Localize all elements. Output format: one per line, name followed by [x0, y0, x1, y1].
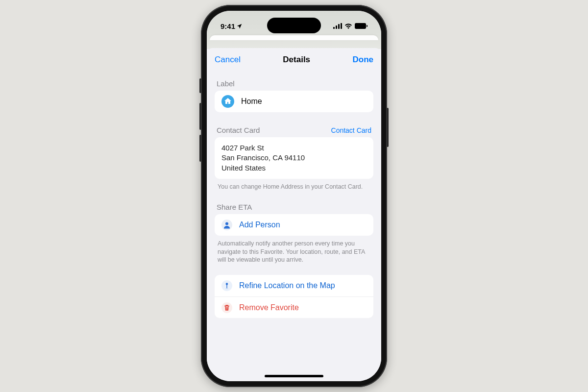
person-icon [221, 220, 232, 230]
battery-icon [355, 23, 368, 29]
contact-header-text: Contact Card [217, 126, 260, 134]
svg-point-12 [225, 288, 228, 289]
location-icon [236, 23, 243, 29]
trash-icon [221, 302, 232, 313]
share-eta-header: Share ETA [215, 196, 373, 214]
address-row[interactable]: 4027 Park St San Francisco, CA 94110 Uni… [215, 137, 373, 179]
power-button [387, 108, 389, 147]
label-card: Home [215, 91, 373, 112]
label-name: Home [241, 97, 262, 106]
contact-card-link[interactable]: Contact Card [331, 126, 371, 134]
home-icon [221, 95, 234, 108]
svg-rect-0 [333, 27, 335, 29]
volume-down-button [199, 135, 201, 162]
label-section-header: Label [215, 73, 373, 91]
status-icons [333, 23, 368, 29]
svg-rect-3 [341, 23, 342, 29]
svg-rect-4 [355, 23, 366, 29]
svg-rect-5 [367, 25, 368, 27]
remove-favorite-row[interactable]: Remove Favorite [215, 296, 373, 318]
share-eta-header-text: Share ETA [217, 203, 252, 211]
phone-frame: 9:41 Cancel Details Done Label [201, 5, 387, 387]
side-button [199, 78, 201, 93]
sheet-content: Label Home Contact Card Contact Card [207, 70, 381, 381]
dynamic-island [267, 18, 321, 33]
sheet-peek [210, 35, 378, 40]
status-time: 9:41 [220, 22, 243, 30]
share-eta-card: Add Person [215, 214, 373, 236]
svg-point-13 [221, 302, 232, 313]
map-pin-icon [221, 280, 232, 291]
address-line1: 4027 Park St [221, 143, 305, 153]
sheet-backdrop [207, 35, 381, 49]
share-eta-footnote: Automatically notify another person ever… [215, 236, 373, 265]
refine-location-label: Refine Location on the Map [239, 281, 335, 290]
cellular-icon [333, 23, 342, 29]
nav-bar: Cancel Details Done [207, 48, 381, 70]
label-header-text: Label [217, 79, 235, 88]
time-label: 9:41 [220, 22, 235, 30]
label-row[interactable]: Home [215, 91, 373, 112]
remove-favorite-label: Remove Favorite [239, 303, 299, 312]
contact-footnote: You can change Home Address in your Cont… [215, 179, 373, 191]
details-sheet: Cancel Details Done Label Home [207, 48, 381, 381]
nav-title: Details [283, 55, 310, 65]
refine-location-row[interactable]: Refine Location on the Map [215, 275, 373, 296]
address-block: 4027 Park St San Francisco, CA 94110 Uni… [221, 143, 305, 173]
wifi-icon [344, 23, 352, 29]
address-line3: United States [221, 163, 305, 173]
cancel-button[interactable]: Cancel [215, 55, 241, 65]
address-line2: San Francisco, CA 94110 [221, 153, 305, 163]
svg-rect-1 [336, 25, 337, 29]
done-button[interactable]: Done [352, 55, 373, 65]
contact-card: 4027 Park St San Francisco, CA 94110 Uni… [215, 137, 373, 179]
svg-rect-2 [338, 24, 340, 29]
actions-card: Refine Location on the Map Remove Favori… [215, 275, 373, 318]
add-person-row[interactable]: Add Person [215, 214, 373, 236]
svg-rect-11 [226, 284, 227, 288]
home-indicator[interactable] [265, 375, 323, 377]
contact-section-header: Contact Card Contact Card [215, 119, 373, 137]
screen: 9:41 Cancel Details Done Label [207, 11, 381, 381]
svg-point-8 [225, 222, 228, 225]
volume-up-button [199, 103, 201, 130]
add-person-label: Add Person [239, 220, 280, 229]
